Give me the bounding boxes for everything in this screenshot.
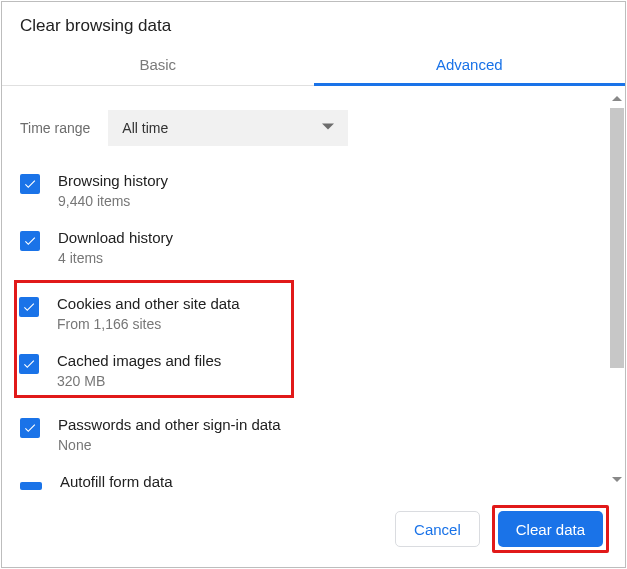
clear-browsing-data-dialog: Clear browsing data Basic Advanced Time … [1, 1, 626, 568]
checkbox-passwords[interactable] [20, 418, 40, 438]
scroll-down-icon[interactable] [610, 472, 624, 488]
scrollbar[interactable] [610, 90, 624, 488]
chevron-down-icon [322, 119, 334, 137]
item-sub: None [58, 437, 281, 453]
item-sub: 9,440 items [58, 193, 168, 209]
checkbox-cookies[interactable] [19, 297, 39, 317]
item-title: Browsing history [58, 172, 168, 189]
item-cache: Cached images and files 320 MB [19, 344, 285, 393]
item-title: Cached images and files [57, 352, 221, 369]
dialog-title: Clear browsing data [2, 2, 625, 46]
item-download-history: Download history 4 items [20, 221, 613, 278]
checkbox-download-history[interactable] [20, 231, 40, 251]
item-sub: 320 MB [57, 373, 221, 389]
checkbox-autofill[interactable] [20, 482, 42, 490]
time-range-select[interactable]: All time [108, 110, 348, 146]
item-title: Passwords and other sign-in data [58, 416, 281, 433]
time-range-value: All time [122, 120, 168, 136]
checkbox-cache[interactable] [19, 354, 39, 374]
item-autofill: Autofill form data [20, 465, 613, 490]
tab-basic[interactable]: Basic [2, 46, 314, 86]
checkbox-browsing-history[interactable] [20, 174, 40, 194]
item-title: Download history [58, 229, 173, 246]
item-sub: From 1,166 sites [57, 316, 240, 332]
clear-data-button[interactable]: Clear data [498, 511, 603, 547]
cancel-button[interactable]: Cancel [395, 511, 480, 547]
check-icon [23, 421, 37, 435]
check-icon [23, 234, 37, 248]
item-cookies: Cookies and other site data From 1,166 s… [19, 287, 285, 344]
tabs: Basic Advanced [2, 46, 625, 86]
time-range-label: Time range [20, 120, 90, 136]
check-icon [22, 300, 36, 314]
check-icon [22, 357, 36, 371]
tab-advanced[interactable]: Advanced [314, 46, 626, 86]
content-wrap: Time range All time Browsing history 9,4… [2, 86, 625, 490]
item-sub: 4 items [58, 250, 173, 266]
item-title: Cookies and other site data [57, 295, 240, 312]
item-title: Autofill form data [60, 473, 173, 490]
highlight-annotation: Cookies and other site data From 1,166 s… [14, 280, 294, 398]
item-browsing-history: Browsing history 9,440 items [20, 164, 613, 221]
check-icon [23, 177, 37, 191]
scroll-up-icon[interactable] [610, 90, 624, 106]
scrollbar-thumb[interactable] [610, 108, 624, 368]
footer: Cancel Clear data [2, 490, 625, 567]
item-passwords: Passwords and other sign-in data None [20, 408, 613, 465]
content: Time range All time Browsing history 9,4… [2, 86, 625, 490]
time-range-row: Time range All time [20, 96, 613, 164]
highlight-annotation-clear: Clear data [492, 505, 609, 553]
